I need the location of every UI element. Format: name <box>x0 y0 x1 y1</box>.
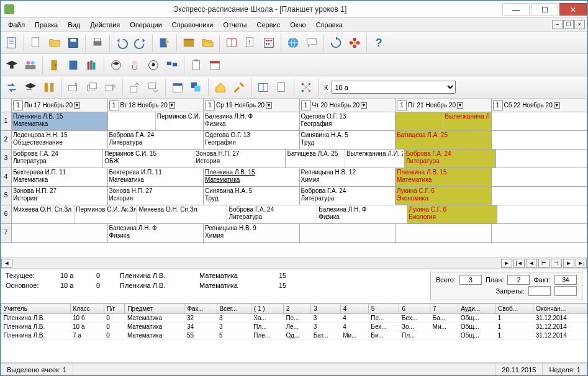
table-row[interactable]: Пленкина Л.В.10 а0Математика343Пл...Ле..… <box>1 323 587 331</box>
col-header[interactable]: 3 <box>311 304 340 314</box>
scroll-right[interactable]: ► <box>501 259 512 268</box>
globe-icon[interactable] <box>284 34 302 51</box>
fact-input[interactable] <box>554 275 577 285</box>
day-dropdown-icon[interactable]: ▼ <box>554 102 560 109</box>
day-dropdown-icon[interactable]: ▼ <box>169 102 175 109</box>
lesson-cell[interactable]: Перминов С.И. Ак.Зл <box>108 112 204 130</box>
teacher-table[interactable]: УчительКлассП/гПредметФак...Всег...( 1 )… <box>1 303 587 340</box>
open-icon[interactable] <box>46 34 63 51</box>
lesson-cell[interactable] <box>492 112 588 130</box>
lesson-cell[interactable]: Балезина Л.Н. ФФизика <box>317 205 407 223</box>
page-icon[interactable] <box>273 79 291 96</box>
total-input[interactable] <box>459 275 482 285</box>
nav-prev2[interactable]: ⊢ <box>538 259 550 268</box>
archive-icon[interactable] <box>180 34 197 51</box>
alert-icon[interactable]: ! <box>242 34 259 51</box>
scroll-left[interactable]: ◄ <box>1 259 12 268</box>
abacus-icon[interactable] <box>260 34 278 51</box>
col-header[interactable]: П/г <box>104 304 125 314</box>
book-icon[interactable] <box>223 34 240 51</box>
zapr2[interactable] <box>554 286 577 296</box>
lesson-cell[interactable] <box>492 131 588 149</box>
lesson-cell[interactable] <box>492 168 588 186</box>
col-header[interactable]: Класс <box>70 304 104 314</box>
day-header[interactable]: Чт 20 Ноябрь 20▼ <box>300 99 396 112</box>
swap2-icon[interactable] <box>22 79 39 96</box>
lesson-cell[interactable]: Пленкина Л.В. 15Математика <box>204 168 300 186</box>
plan-input[interactable] <box>507 275 530 285</box>
lesson-cell[interactable] <box>396 224 492 242</box>
refresh-icon[interactable] <box>327 34 345 51</box>
menu-service[interactable]: Сервис <box>251 20 285 30</box>
day-num-input[interactable] <box>205 101 215 110</box>
lesson-cell[interactable]: Одегова О.Г. 13География <box>300 112 396 130</box>
day-num-input[interactable] <box>109 101 119 110</box>
lesson-cell[interactable]: Пленкина Л.В. 15Математика <box>396 168 492 186</box>
menu-window[interactable]: Окно <box>285 20 311 30</box>
redo-icon[interactable] <box>132 34 149 51</box>
table-row[interactable]: Пленкина Л.В.10 б0Математика323Ха...Пе..… <box>1 314 587 323</box>
menu-edit[interactable]: Правка <box>30 20 63 30</box>
people-icon[interactable] <box>22 56 39 74</box>
col-header[interactable]: 4 <box>340 304 368 314</box>
door-icon[interactable] <box>46 56 63 74</box>
lesson-cell[interactable]: Михеева О.Н. Сп.ЗлПерминов С.И. Ак.Зл <box>12 205 137 223</box>
day-num-input[interactable] <box>301 101 311 110</box>
grad2-icon[interactable] <box>107 56 125 74</box>
lesson-cell[interactable] <box>497 205 587 223</box>
lesson-cell[interactable]: Батищева Л.А. 25Вылегжанина Л.И. 23 <box>286 150 404 168</box>
date-icon[interactable] <box>169 79 186 96</box>
nav-first[interactable]: |◄ <box>513 259 525 268</box>
doctor-icon[interactable] <box>126 56 143 74</box>
col-header[interactable]: Ауди... <box>458 304 495 314</box>
chat-icon[interactable] <box>303 34 320 51</box>
col-header[interactable]: ( 1 ) <box>251 304 283 314</box>
new-icon[interactable] <box>27 34 45 51</box>
day-dropdown-icon[interactable]: ▼ <box>457 102 463 109</box>
day-dropdown-icon[interactable]: ▼ <box>266 102 272 109</box>
multi-icon[interactable] <box>188 79 205 96</box>
lesson-cell[interactable]: Боброва Г.А. 24Литература <box>227 205 317 223</box>
doors-icon[interactable] <box>40 79 58 96</box>
books-icon[interactable] <box>83 56 101 74</box>
col-header[interactable]: Всег... <box>217 304 251 314</box>
lesson-cell[interactable]: Бехтерева И.П. 11Математика <box>108 168 204 186</box>
network-icon[interactable] <box>297 79 315 96</box>
col-header[interactable]: 5 <box>368 304 399 314</box>
col-header[interactable]: 2 <box>283 304 310 314</box>
tools-icon[interactable] <box>230 79 248 96</box>
lesson-cell[interactable]: Вылегжанина Л.И. 23 <box>396 112 492 130</box>
zapr1[interactable] <box>528 286 551 296</box>
undo-icon[interactable] <box>113 34 130 51</box>
menu-file[interactable]: Файл <box>3 20 30 30</box>
mdi-close[interactable]: × <box>574 20 585 29</box>
home-icon[interactable] <box>212 79 229 96</box>
col-header[interactable]: Своб... <box>495 304 533 314</box>
close-button[interactable]: ✕ <box>559 3 587 16</box>
menu-references[interactable]: Справочники <box>167 20 219 30</box>
lesson-cell[interactable]: Зонова Н.П. 27История <box>12 187 108 205</box>
day-num-input[interactable] <box>13 101 23 110</box>
nav-prev[interactable]: ◄ <box>526 259 537 268</box>
edit-icon[interactable] <box>156 34 173 51</box>
lesson-cell[interactable]: Батищева Л.А. 25 <box>396 131 492 149</box>
computers-icon[interactable] <box>163 56 181 74</box>
move-cell-icon[interactable] <box>102 79 119 96</box>
day-header[interactable]: Ср 19 Ноябрь 20▼ <box>204 99 300 112</box>
lesson-cell[interactable]: Лукина С.Г. 6Экономика <box>396 187 492 205</box>
menu-reports[interactable]: Отчеты <box>218 20 251 30</box>
folders-icon[interactable] <box>199 34 216 51</box>
save-icon[interactable] <box>65 34 82 51</box>
nav-last[interactable]: ►| <box>576 259 587 268</box>
help-icon[interactable]: ? <box>370 34 387 51</box>
day-num-input[interactable] <box>493 101 503 110</box>
lesson-cell[interactable]: Бехтерева И.П. 11Математика <box>12 168 108 186</box>
col-header[interactable]: Фак... <box>184 304 217 314</box>
mdi-minimize[interactable]: – <box>552 20 563 29</box>
copy-cell-icon[interactable] <box>83 79 101 96</box>
lesson-cell[interactable]: Репницына Н.В. 12Химия <box>300 168 396 186</box>
menu-help[interactable]: Справка <box>311 20 348 30</box>
calendar-icon[interactable] <box>206 56 224 74</box>
day-dropdown-icon[interactable]: ▼ <box>74 102 80 109</box>
mdi-restore[interactable]: ❐ <box>563 20 574 29</box>
